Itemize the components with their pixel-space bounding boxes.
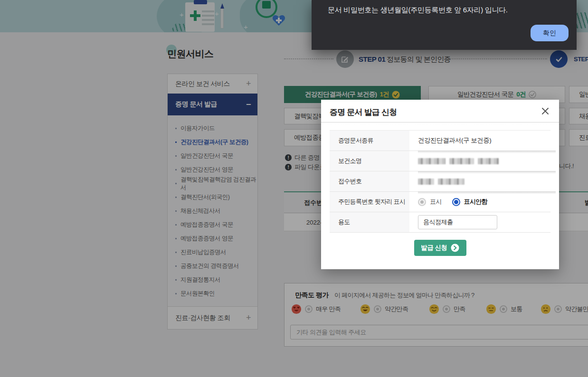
redacted-text bbox=[478, 158, 499, 164]
receipt-no-value-redacted bbox=[409, 179, 465, 185]
row-purpose: 용도 bbox=[330, 212, 550, 233]
issue-request-button[interactable]: 발급 신청 bbox=[414, 240, 466, 256]
field-label: 용도 bbox=[330, 212, 409, 232]
field-label: 접수번호 bbox=[330, 171, 409, 191]
field-label: 주민등록번호 뒷자리 표시 bbox=[330, 192, 409, 212]
purpose-input[interactable] bbox=[418, 215, 497, 229]
rrn-radio-group: 표시 표시안함 bbox=[409, 198, 494, 206]
modal-header: 증명 문서 발급 신청 bbox=[321, 100, 559, 123]
page: + + + 민원서비스 온라인 보건 서비스 + 증명 문서 발급 − 이용자가… bbox=[0, 0, 588, 377]
radio-label: 표시 bbox=[430, 198, 442, 206]
row-receipt-no: 접수번호 bbox=[330, 171, 550, 192]
health-center-value-redacted bbox=[409, 158, 499, 164]
purpose-field bbox=[409, 215, 497, 229]
radio-label: 표시안함 bbox=[464, 198, 487, 206]
radio-show[interactable] bbox=[418, 198, 426, 206]
redacted-text bbox=[438, 179, 465, 185]
row-rrn-display: 주민등록번호 뒷자리 표시 표시 표시안함 bbox=[330, 192, 550, 212]
redacted-text bbox=[418, 179, 434, 185]
alert-message: 문서 비밀번호는 생년월일(주민등록번호 앞 6자리) 입니다. bbox=[328, 6, 508, 15]
modal-form: 증명문서종류 건강진단결과서(구 보건증) 보건소명 접수번호 bbox=[330, 130, 550, 233]
certificate-request-modal: 증명 문서 발급 신청 증명문서종류 건강진단결과서(구 보건증) 보건소명 bbox=[321, 100, 559, 269]
doc-type-value: 건강진단결과서(구 보건증) bbox=[409, 136, 491, 145]
browser-alert-dialog: 문서 비밀번호는 생년월일(주민등록번호 앞 6자리) 입니다. 확인 bbox=[312, 0, 577, 50]
modal-title: 증명 문서 발급 신청 bbox=[330, 107, 397, 118]
close-icon[interactable] bbox=[541, 107, 550, 115]
row-doc-type: 증명문서종류 건강진단결과서(구 보건증) bbox=[330, 131, 550, 151]
field-label: 증명문서종류 bbox=[330, 131, 409, 151]
field-label: 보건소명 bbox=[330, 151, 409, 171]
button-label: 발급 신청 bbox=[421, 244, 447, 252]
arrow-circle-icon bbox=[451, 244, 459, 252]
redacted-text bbox=[418, 158, 446, 164]
redacted-text bbox=[449, 158, 474, 164]
radio-hide-selected[interactable] bbox=[452, 198, 460, 206]
row-health-center: 보건소명 bbox=[330, 151, 550, 171]
alert-confirm-button[interactable]: 확인 bbox=[531, 25, 569, 41]
